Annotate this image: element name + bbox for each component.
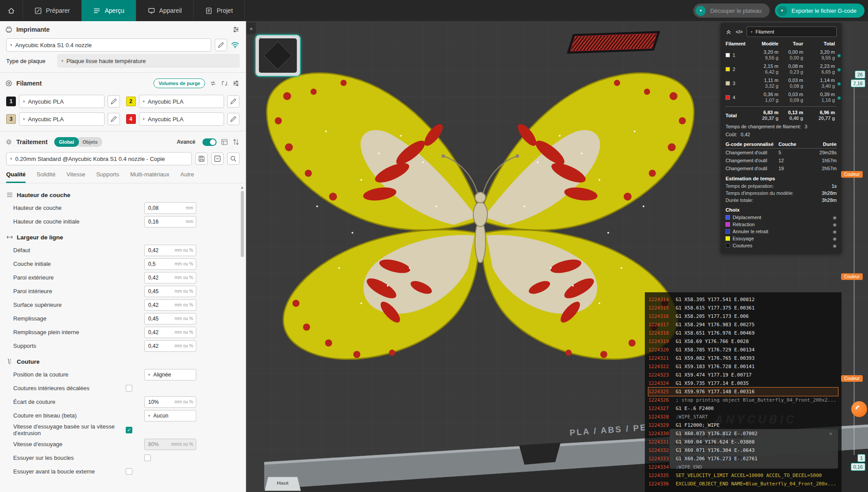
param-input[interactable]: 0,45 mm ou % <box>144 313 196 324</box>
edit-filament-button[interactable] <box>227 95 239 108</box>
seam-gap-input[interactable]: 10% mm ou % <box>144 396 196 408</box>
wifi-icon[interactable] <box>231 41 239 48</box>
staggered-seams-checkbox[interactable] <box>126 385 132 391</box>
tab-prepare[interactable]: Préparer <box>23 0 82 21</box>
gcode-viewer-icon[interactable]: </> <box>736 29 743 34</box>
edit-filament-button[interactable] <box>108 113 120 125</box>
view-mode-select[interactable]: ▾ Filament <box>747 26 837 37</box>
gcode-line[interactable]: 1224327 G1 E-.6 F2400 <box>648 404 838 413</box>
gcode-line[interactable]: 1224325 G1 X59.976 Y177.148 E.00316 <box>648 388 838 396</box>
printer-settings-icon[interactable] <box>232 26 239 33</box>
filament-select[interactable]: ▾ Anycubic PLA <box>139 95 224 108</box>
gcode-line[interactable]: 1224335 SET_VELOCITY_LIMIT ACCEL=10000 A… <box>648 471 838 480</box>
tab-quality[interactable]: Qualité <box>6 171 26 183</box>
gcode-line[interactable]: 1224314 G1 X58.395 Y177.541 E.00812 <box>648 295 838 304</box>
delete-preset-button[interactable] <box>211 153 224 165</box>
tab-project[interactable]: Projet <box>194 0 245 21</box>
gcode-line[interactable]: 1224324 G1 X59.735 Y177.14 E.0035 <box>648 379 838 388</box>
filament-color-badge[interactable]: 2 <box>126 97 136 106</box>
slice-plate-button[interactable]: ▾ Découper le plateau <box>693 4 769 18</box>
printer-select[interactable]: ▾ Anycubic Kobra S1 0.4 nozzle <box>6 38 211 52</box>
advanced-toggle[interactable] <box>202 138 217 146</box>
param-input[interactable]: 0,42 mm ou % <box>144 327 196 338</box>
gcode-line[interactable]: 1224319 G1 X58.69 Y176.766 E.0028 <box>648 337 838 346</box>
purge-volumes-button[interactable]: Volumes de purge <box>153 78 205 88</box>
process-global-tab[interactable]: Global <box>54 137 79 147</box>
search-param-button[interactable] <box>227 153 239 165</box>
legend-visibility-icon[interactable]: ◉ <box>831 229 837 234</box>
save-preset-button[interactable] <box>195 153 208 165</box>
process-objects-tab[interactable]: Objets <box>76 137 102 147</box>
preview-viewport[interactable]: PLA / ABS / PE ANYCUBIC <box>247 21 868 492</box>
slice-dropdown-icon[interactable]: ▾ <box>696 6 706 16</box>
gcode-line[interactable]: 1224326 ; stop printing object Blue_Butt… <box>648 396 838 404</box>
gcode-line[interactable]: 1224336 EXCLUDE_OBJECT_END NAME=Blue_But… <box>648 480 838 488</box>
nav-cube-top-face[interactable]: Haut <box>265 477 301 491</box>
gcode-line[interactable]: 1224315 G1 X58.615 Y177.375 E.00361 <box>648 304 838 312</box>
export-dropdown-icon[interactable]: ▾ <box>777 6 787 16</box>
assistant-button[interactable] <box>851 401 867 417</box>
filament-color-badge[interactable]: 1 <box>6 97 16 106</box>
tab-supports[interactable]: Supports <box>96 171 119 183</box>
gcode-console[interactable]: 1224314 G1 X58.395 Y177.541 E.00812 1224… <box>645 292 842 492</box>
edit-filament-button[interactable] <box>108 95 120 108</box>
filament-visibility-icon[interactable]: ◉ <box>835 95 841 100</box>
param-table-icon[interactable] <box>221 138 228 145</box>
plate-thumbnail[interactable]: 1 <box>255 34 301 77</box>
param-input[interactable]: 0,5 mm ou % <box>144 258 196 270</box>
tab-multimaterial[interactable]: Multi-matériaux <box>130 171 169 183</box>
param-scroll-area[interactable]: Hauteur de couche Hauteur de couche 0,08… <box>0 183 246 478</box>
gcode-line[interactable]: 1224329 G1 F12000;_WIPE <box>648 421 838 429</box>
param-input[interactable]: 0,42 mm ou % <box>144 245 196 256</box>
gcode-line[interactable]: 1224322 G1 X59.183 Y176.728 E.00141 <box>648 362 838 371</box>
auto-map-icon[interactable] <box>221 80 228 87</box>
legend-visibility-icon[interactable]: ◉ <box>831 215 837 220</box>
param-input[interactable]: 0,42 mm ou % <box>144 299 196 311</box>
wipe-speed-input[interactable]: 80% mm/s ou % <box>144 439 196 450</box>
legend-visibility-icon[interactable]: ◉ <box>831 243 837 248</box>
edit-printer-button[interactable] <box>215 39 227 51</box>
gcode-line[interactable]: 1224316 G1 X58.205 Y177.173 E.006 <box>648 312 838 321</box>
tab-speed[interactable]: Vitesse <box>67 171 85 183</box>
plate-type-select[interactable]: ▾ Plaque lisse haute température <box>57 54 239 67</box>
filament-visibility-icon[interactable]: ◉ <box>835 67 841 72</box>
scarf-seam-select[interactable]: ▾ Aucun <box>144 410 196 421</box>
gcode-line[interactable]: 1224333 G1 X60.206 Y176.273 E-.02761 <box>648 455 838 463</box>
color-change-marker[interactable]: Couleur <box>841 273 863 280</box>
filament-visibility-icon[interactable]: ◉ <box>835 53 841 58</box>
wipe-on-loops-checkbox[interactable] <box>144 455 151 461</box>
wipe-before-external-checkbox[interactable] <box>126 468 132 475</box>
gcode-line[interactable]: 1224323 G1 X59.474 Y177.19 E.00717 <box>648 371 838 379</box>
param-input[interactable]: 0,42 mm ou % <box>144 340 196 352</box>
gcode-line[interactable]: 1224317 G1 X58.294 Y176.983 E.00275 <box>648 321 838 329</box>
collapse-panel-icon[interactable] <box>726 29 732 35</box>
tab-other[interactable]: Autre <box>180 171 194 183</box>
filament-select[interactable]: ▾ Anycubic PLA <box>19 95 105 108</box>
filament-settings-icon[interactable] <box>232 80 239 87</box>
param-input[interactable]: 0,16 mm <box>144 216 196 227</box>
gcode-line[interactable]: 1224334 ;WIPE_END <box>648 463 838 471</box>
gcode-line[interactable]: 1224328 ;WIPE_START <box>648 413 838 421</box>
toast-close-icon[interactable]: × <box>829 431 833 437</box>
param-input[interactable]: 0,45 mm ou % <box>144 286 196 297</box>
color-change-marker[interactable]: Couleur <box>841 375 863 382</box>
filament-color-badge[interactable]: 4 <box>126 114 136 124</box>
color-change-marker[interactable]: Couleur <box>841 171 863 178</box>
wipe-speed-checkbox[interactable]: ✓ <box>126 427 132 433</box>
compare-preset-icon[interactable] <box>232 138 239 145</box>
process-preset-select[interactable]: ▾ 0.20mm Standard @Anycubic Kobra S1 0.4… <box>6 152 192 165</box>
filament-color-badge[interactable]: 3 <box>6 114 16 124</box>
filament-visibility-icon[interactable]: ◉ <box>835 81 841 86</box>
params-scrollbar[interactable]: ▲ <box>240 185 244 489</box>
tab-strength[interactable]: Solidité <box>37 171 56 183</box>
gcode-line[interactable]: 1224321 G1 X59.082 Y176.765 E.00393 <box>648 354 838 362</box>
gcode-line[interactable]: 1224318 G1 X58.651 Y176.976 E.00469 <box>648 329 838 337</box>
gcode-line[interactable]: 1224332 G1 X60.071 Y176.304 E-.0643 <box>648 446 838 455</box>
collapse-sidebar-button[interactable]: « <box>247 22 256 34</box>
sync-filament-icon[interactable] <box>210 80 217 87</box>
gcode-line[interactable]: 1224331 G1 X60.04 Y176.624 E-.03808 <box>648 438 838 446</box>
layer-slider-track[interactable] <box>853 84 855 455</box>
tab-device[interactable]: Appareil <box>136 0 194 21</box>
navigation-cube[interactable]: Haut <box>266 474 299 492</box>
legend-visibility-icon[interactable]: ◉ <box>831 222 837 227</box>
